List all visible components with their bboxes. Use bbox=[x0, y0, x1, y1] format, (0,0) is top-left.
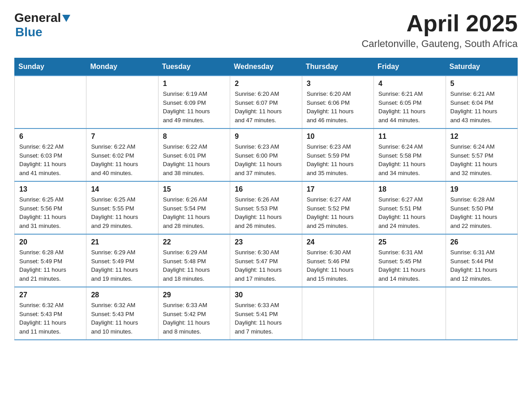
day-number: 24 bbox=[307, 238, 369, 246]
day-info: Sunrise: 6:22 AM Sunset: 6:03 PM Dayligh… bbox=[19, 142, 82, 177]
calendar-cell: 17Sunrise: 6:27 AM Sunset: 5:52 PM Dayli… bbox=[302, 181, 373, 234]
calendar-cell: 15Sunrise: 6:26 AM Sunset: 5:54 PM Dayli… bbox=[158, 181, 230, 234]
calendar-cell: 5Sunrise: 6:21 AM Sunset: 6:04 PM Daylig… bbox=[446, 76, 517, 128]
calendar-cell: 12Sunrise: 6:24 AM Sunset: 5:57 PM Dayli… bbox=[446, 128, 517, 181]
week-row-2: 6Sunrise: 6:22 AM Sunset: 6:03 PM Daylig… bbox=[15, 128, 518, 181]
day-info: Sunrise: 6:26 AM Sunset: 5:54 PM Dayligh… bbox=[163, 195, 225, 230]
location-title: Carletonville, Gauteng, South Africa bbox=[361, 38, 518, 50]
week-row-5: 27Sunrise: 6:32 AM Sunset: 5:43 PM Dayli… bbox=[15, 287, 518, 340]
day-number: 26 bbox=[450, 238, 513, 246]
calendar-cell bbox=[446, 287, 517, 340]
day-info: Sunrise: 6:23 AM Sunset: 6:00 PM Dayligh… bbox=[235, 142, 297, 177]
logo: General Blue bbox=[14, 11, 70, 39]
day-info: Sunrise: 6:29 AM Sunset: 5:48 PM Dayligh… bbox=[163, 248, 225, 283]
calendar-cell: 7Sunrise: 6:22 AM Sunset: 6:02 PM Daylig… bbox=[86, 128, 158, 181]
logo-arrow-icon bbox=[62, 15, 70, 22]
day-info: Sunrise: 6:23 AM Sunset: 5:59 PM Dayligh… bbox=[307, 142, 369, 177]
day-number: 12 bbox=[450, 133, 513, 141]
calendar-cell: 4Sunrise: 6:21 AM Sunset: 6:05 PM Daylig… bbox=[374, 76, 446, 128]
calendar-cell: 6Sunrise: 6:22 AM Sunset: 6:03 PM Daylig… bbox=[15, 128, 86, 181]
title-block: April 2025 Carletonville, Gauteng, South… bbox=[361, 11, 518, 50]
page-header: General Blue April 2025 Carletonville, G… bbox=[14, 11, 518, 50]
day-number: 22 bbox=[163, 238, 225, 246]
month-title: April 2025 bbox=[361, 11, 518, 36]
header-saturday: Saturday bbox=[446, 58, 517, 76]
week-row-3: 13Sunrise: 6:25 AM Sunset: 5:56 PM Dayli… bbox=[15, 181, 518, 234]
day-info: Sunrise: 6:25 AM Sunset: 5:56 PM Dayligh… bbox=[19, 195, 82, 230]
day-number: 25 bbox=[378, 238, 441, 246]
day-info: Sunrise: 6:25 AM Sunset: 5:55 PM Dayligh… bbox=[91, 195, 153, 230]
calendar-header-row: SundayMondayTuesdayWednesdayThursdayFrid… bbox=[15, 58, 518, 76]
calendar-cell: 25Sunrise: 6:31 AM Sunset: 5:45 PM Dayli… bbox=[374, 234, 446, 287]
day-info: Sunrise: 6:29 AM Sunset: 5:49 PM Dayligh… bbox=[91, 248, 153, 283]
calendar-cell: 3Sunrise: 6:20 AM Sunset: 6:06 PM Daylig… bbox=[302, 76, 373, 128]
logo-general-text: General bbox=[14, 11, 61, 25]
calendar-cell: 21Sunrise: 6:29 AM Sunset: 5:49 PM Dayli… bbox=[86, 234, 158, 287]
calendar-cell: 23Sunrise: 6:30 AM Sunset: 5:47 PM Dayli… bbox=[230, 234, 302, 287]
day-info: Sunrise: 6:24 AM Sunset: 5:58 PM Dayligh… bbox=[378, 142, 441, 177]
header-wednesday: Wednesday bbox=[230, 58, 302, 76]
calendar-cell: 19Sunrise: 6:28 AM Sunset: 5:50 PM Dayli… bbox=[446, 181, 517, 234]
day-number: 8 bbox=[163, 133, 225, 141]
day-info: Sunrise: 6:20 AM Sunset: 6:06 PM Dayligh… bbox=[307, 90, 369, 124]
day-number: 19 bbox=[450, 185, 513, 193]
day-info: Sunrise: 6:33 AM Sunset: 5:41 PM Dayligh… bbox=[235, 301, 297, 336]
day-info: Sunrise: 6:21 AM Sunset: 6:05 PM Dayligh… bbox=[378, 90, 441, 124]
calendar-cell bbox=[302, 287, 373, 340]
calendar-cell: 29Sunrise: 6:33 AM Sunset: 5:42 PM Dayli… bbox=[158, 287, 230, 340]
logo-blue-text: Blue bbox=[15, 25, 43, 39]
day-number: 10 bbox=[307, 133, 369, 141]
calendar-cell: 20Sunrise: 6:28 AM Sunset: 5:49 PM Dayli… bbox=[15, 234, 86, 287]
calendar-cell: 30Sunrise: 6:33 AM Sunset: 5:41 PM Dayli… bbox=[230, 287, 302, 340]
calendar-cell: 9Sunrise: 6:23 AM Sunset: 6:00 PM Daylig… bbox=[230, 128, 302, 181]
header-sunday: Sunday bbox=[15, 58, 86, 76]
calendar-cell: 26Sunrise: 6:31 AM Sunset: 5:44 PM Dayli… bbox=[446, 234, 517, 287]
day-info: Sunrise: 6:27 AM Sunset: 5:51 PM Dayligh… bbox=[378, 195, 441, 230]
day-number: 9 bbox=[235, 133, 297, 141]
day-number: 13 bbox=[19, 185, 82, 193]
day-number: 6 bbox=[19, 133, 82, 141]
calendar-cell bbox=[374, 287, 446, 340]
day-info: Sunrise: 6:28 AM Sunset: 5:50 PM Dayligh… bbox=[450, 195, 513, 230]
day-number: 15 bbox=[163, 185, 225, 193]
day-info: Sunrise: 6:31 AM Sunset: 5:44 PM Dayligh… bbox=[450, 248, 513, 283]
calendar-cell: 14Sunrise: 6:25 AM Sunset: 5:55 PM Dayli… bbox=[86, 181, 158, 234]
day-number: 30 bbox=[235, 291, 297, 299]
header-tuesday: Tuesday bbox=[158, 58, 230, 76]
day-info: Sunrise: 6:21 AM Sunset: 6:04 PM Dayligh… bbox=[450, 90, 513, 124]
day-number: 16 bbox=[235, 185, 297, 193]
day-info: Sunrise: 6:24 AM Sunset: 5:57 PM Dayligh… bbox=[450, 142, 513, 177]
day-number: 27 bbox=[19, 291, 82, 299]
day-number: 17 bbox=[307, 185, 369, 193]
day-number: 20 bbox=[19, 238, 82, 246]
calendar-cell bbox=[86, 76, 158, 128]
day-number: 5 bbox=[450, 80, 513, 88]
calendar-cell: 18Sunrise: 6:27 AM Sunset: 5:51 PM Dayli… bbox=[374, 181, 446, 234]
day-info: Sunrise: 6:22 AM Sunset: 6:02 PM Dayligh… bbox=[91, 142, 153, 177]
day-number: 14 bbox=[91, 185, 153, 193]
week-row-4: 20Sunrise: 6:28 AM Sunset: 5:49 PM Dayli… bbox=[15, 234, 518, 287]
day-info: Sunrise: 6:27 AM Sunset: 5:52 PM Dayligh… bbox=[307, 195, 369, 230]
calendar-cell: 16Sunrise: 6:26 AM Sunset: 5:53 PM Dayli… bbox=[230, 181, 302, 234]
calendar-cell: 22Sunrise: 6:29 AM Sunset: 5:48 PM Dayli… bbox=[158, 234, 230, 287]
day-info: Sunrise: 6:19 AM Sunset: 6:09 PM Dayligh… bbox=[163, 90, 225, 124]
day-number: 29 bbox=[163, 291, 225, 299]
day-info: Sunrise: 6:20 AM Sunset: 6:07 PM Dayligh… bbox=[235, 90, 297, 124]
header-thursday: Thursday bbox=[302, 58, 373, 76]
header-friday: Friday bbox=[374, 58, 446, 76]
week-row-1: 1Sunrise: 6:19 AM Sunset: 6:09 PM Daylig… bbox=[15, 76, 518, 128]
calendar-cell: 13Sunrise: 6:25 AM Sunset: 5:56 PM Dayli… bbox=[15, 181, 86, 234]
day-info: Sunrise: 6:30 AM Sunset: 5:47 PM Dayligh… bbox=[235, 248, 297, 283]
day-number: 21 bbox=[91, 238, 153, 246]
day-info: Sunrise: 6:28 AM Sunset: 5:49 PM Dayligh… bbox=[19, 248, 82, 283]
calendar-cell: 24Sunrise: 6:30 AM Sunset: 5:46 PM Dayli… bbox=[302, 234, 373, 287]
day-number: 23 bbox=[235, 238, 297, 246]
day-info: Sunrise: 6:22 AM Sunset: 6:01 PM Dayligh… bbox=[163, 142, 225, 177]
day-info: Sunrise: 6:32 AM Sunset: 5:43 PM Dayligh… bbox=[19, 301, 82, 336]
day-number: 3 bbox=[307, 80, 369, 88]
day-info: Sunrise: 6:30 AM Sunset: 5:46 PM Dayligh… bbox=[307, 248, 369, 283]
calendar-cell: 8Sunrise: 6:22 AM Sunset: 6:01 PM Daylig… bbox=[158, 128, 230, 181]
calendar-table: SundayMondayTuesdayWednesdayThursdayFrid… bbox=[14, 58, 518, 340]
calendar-cell bbox=[15, 76, 86, 128]
day-info: Sunrise: 6:26 AM Sunset: 5:53 PM Dayligh… bbox=[235, 195, 297, 230]
